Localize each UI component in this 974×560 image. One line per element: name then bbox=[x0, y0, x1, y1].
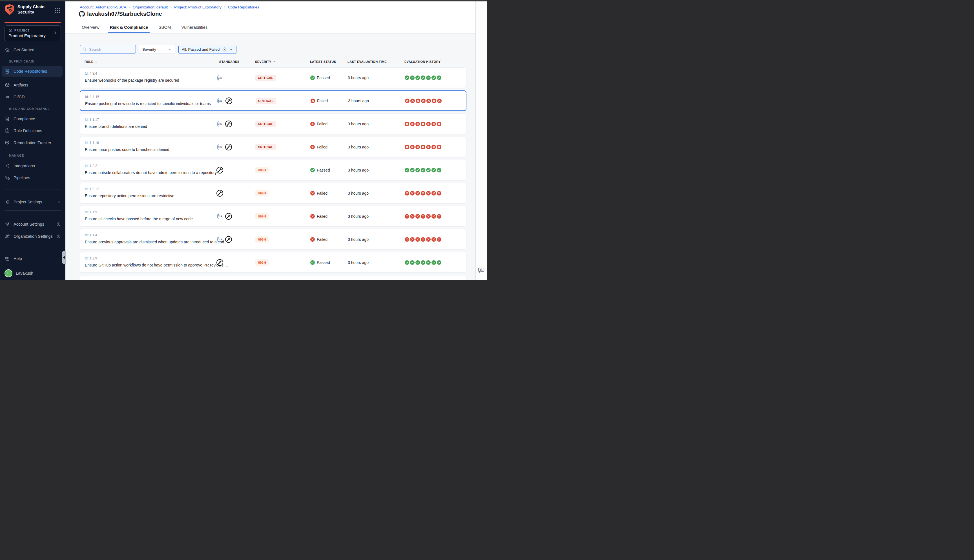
rule-row[interactable]: Id: 1.1.15 Ensure pushing of new code is… bbox=[80, 90, 467, 111]
sidebar-item-rule-definitions[interactable]: Rule Definitions bbox=[5, 125, 61, 136]
evaluation-history bbox=[405, 98, 442, 103]
integrations-icon bbox=[5, 163, 10, 169]
evaluation-history bbox=[405, 122, 441, 126]
sidebar-item-help[interactable]: ? Help bbox=[5, 253, 61, 264]
brand-accent-line bbox=[5, 22, 61, 23]
owasp-standard-icon bbox=[216, 259, 223, 266]
history-failed-icon bbox=[405, 122, 409, 126]
rule-row[interactable]: Id: 1.2.9 Ensure GitHub action workflows… bbox=[80, 252, 467, 273]
history-failed-icon bbox=[437, 237, 441, 242]
sidebar-item-remediation-tracker[interactable]: Remediation Tracker bbox=[5, 137, 61, 148]
rule-id: Id: 1.1.9 bbox=[85, 210, 97, 214]
latest-status: Failed bbox=[310, 214, 327, 218]
sidebar: Supply Chain Security PROJECT Product Ex… bbox=[0, 2, 65, 280]
standards-badges: CIS bbox=[216, 213, 232, 220]
sidebar-item-compliance[interactable]: Compliance bbox=[5, 113, 61, 124]
sidebar-item-label: Pipelines bbox=[13, 175, 30, 180]
sidebar-item-project-settings[interactable]: Project Settings bbox=[5, 197, 61, 207]
last-evaluation-time: 3 hours ago bbox=[348, 75, 369, 80]
rule-row[interactable]: Id: 1.1.17 Ensure branch deletions are d… bbox=[80, 113, 467, 134]
tab-risk-compliance[interactable]: Risk & Compliance bbox=[110, 25, 148, 33]
sidebar-collapse-handle[interactable] bbox=[62, 251, 66, 264]
sidebar-item-cicd[interactable]: CI/CD bbox=[5, 92, 61, 102]
history-failed-icon bbox=[426, 214, 430, 218]
history-failed-icon bbox=[437, 122, 441, 126]
info-icon bbox=[57, 234, 61, 238]
sort-desc-icon: ▼ bbox=[273, 60, 275, 64]
breadcrumb-separator-icon bbox=[224, 5, 225, 9]
sidebar-item-organization-settings[interactable]: Organization Settings bbox=[5, 231, 61, 242]
history-passed-icon bbox=[405, 168, 409, 172]
sidebar-item-user[interactable]: L Lavakush bbox=[5, 268, 61, 278]
tab-overview[interactable]: Overview bbox=[82, 25, 100, 33]
project-selector[interactable]: PROJECT Product Exploratory bbox=[5, 25, 61, 41]
status-label: Passed bbox=[317, 168, 330, 172]
history-failed-icon bbox=[421, 191, 425, 195]
search-input[interactable] bbox=[88, 45, 135, 53]
rule-name: Ensure webhooks of the package registry … bbox=[85, 78, 179, 83]
page-header: Account: Automation-SSCA Organization: d… bbox=[65, 2, 487, 33]
column-header-evaluation-history: EVALUATION HISTORY bbox=[404, 60, 440, 64]
severity-dropdown[interactable]: Severity bbox=[138, 45, 175, 54]
clear-filter-icon[interactable] bbox=[222, 47, 227, 52]
column-header-severity[interactable]: SEVERITY ▼ bbox=[255, 60, 275, 64]
history-failed-icon bbox=[410, 98, 415, 103]
breadcrumb-account[interactable]: Account: Automation-SSCA bbox=[80, 5, 126, 9]
history-passed-icon bbox=[437, 75, 441, 80]
rule-row[interactable]: Id: 1.2.21 Ensure outside collaborators … bbox=[80, 160, 467, 180]
history-passed-icon bbox=[415, 75, 420, 80]
tab-vulnerabilities[interactable]: Vulnerabilities bbox=[182, 25, 208, 33]
rule-id: Id: 1.1.5 bbox=[85, 280, 97, 280]
rule-row[interactable]: Id: 1.2.17 Ensure repository action perm… bbox=[80, 183, 467, 203]
rule-row[interactable]: Id: 1.1.5 CIS HIGH Failed 3 hours ago bbox=[80, 275, 467, 280]
chevron-down-icon[interactable] bbox=[229, 47, 233, 51]
cis-standard-icon: CIS bbox=[216, 236, 223, 243]
rule-row[interactable]: Id: 1.1.9 Ensure all checks have passed … bbox=[80, 206, 467, 227]
breadcrumb-code-repositories[interactable]: Code Repositories bbox=[228, 5, 259, 9]
sidebar-item-label: Integrations bbox=[13, 164, 35, 168]
owasp-standard-icon bbox=[225, 213, 232, 220]
tab-sbom[interactable]: SBOM bbox=[158, 25, 171, 33]
sidebar-item-label: Project Settings bbox=[13, 200, 42, 204]
severity-badge: CRITICAL bbox=[256, 98, 276, 104]
svg-text:CIS: CIS bbox=[218, 123, 222, 125]
rule-id: Id: 1.2.17 bbox=[85, 187, 99, 191]
window-top-edge bbox=[0, 0, 487, 2]
history-failed-icon bbox=[421, 98, 425, 103]
history-failed-icon bbox=[421, 122, 425, 126]
history-failed-icon bbox=[421, 214, 425, 218]
history-failed-icon bbox=[405, 214, 409, 218]
scrollbar-track[interactable] bbox=[475, 2, 487, 280]
sidebar-item-account-settings[interactable]: Account Settings bbox=[5, 219, 61, 230]
history-passed-icon bbox=[421, 75, 425, 80]
breadcrumb-organization[interactable]: Organization: default bbox=[133, 5, 168, 9]
history-failed-icon bbox=[405, 237, 409, 242]
status-filter-chip[interactable]: All: Passed and Failed bbox=[178, 45, 237, 54]
svg-text:CIS: CIS bbox=[218, 238, 222, 241]
rule-row[interactable]: Id: 4.3.4 Ensure webhooks of the package… bbox=[80, 67, 467, 88]
sidebar-item-integrations[interactable]: Integrations bbox=[5, 160, 61, 171]
rule-row[interactable]: Id: 1.1.4 Ensure previous approvals are … bbox=[80, 229, 467, 250]
latest-status: Failed bbox=[310, 98, 328, 103]
project-name: Product Exploratory bbox=[8, 33, 46, 38]
owasp-standard-icon bbox=[225, 236, 232, 243]
sidebar-item-artifacts[interactable]: Artifacts bbox=[5, 80, 61, 90]
last-evaluation-time: 3 hours ago bbox=[348, 98, 369, 103]
sidebar-item-get-started[interactable]: Get Started bbox=[5, 45, 61, 55]
history-failed-icon bbox=[426, 237, 430, 242]
rule-row[interactable]: Id: 1.1.16 Ensure force pushes code to b… bbox=[80, 137, 467, 157]
latest-status: Failed bbox=[310, 191, 327, 195]
sidebar-item-label: Compliance bbox=[13, 117, 35, 121]
status-label: Passed bbox=[317, 260, 330, 265]
column-header-rule[interactable]: RULE ▲▼ bbox=[85, 60, 97, 64]
module-grid-icon[interactable] bbox=[55, 8, 61, 14]
latest-status: Failed bbox=[310, 237, 327, 242]
sidebar-item-label: Rule Definitions bbox=[13, 128, 42, 133]
support-chat-icon[interactable] bbox=[478, 267, 485, 274]
app-logo[interactable]: Supply Chain Security bbox=[5, 4, 45, 15]
sidebar-item-pipelines[interactable]: Pipelines bbox=[5, 172, 61, 183]
breadcrumb-project[interactable]: Project: Product Exploratory bbox=[174, 5, 222, 9]
history-failed-icon bbox=[410, 237, 415, 242]
rule-name: Ensure previous approvals are dismissed … bbox=[85, 240, 227, 244]
sidebar-item-code-repositories[interactable]: Code Repositories bbox=[2, 66, 63, 77]
